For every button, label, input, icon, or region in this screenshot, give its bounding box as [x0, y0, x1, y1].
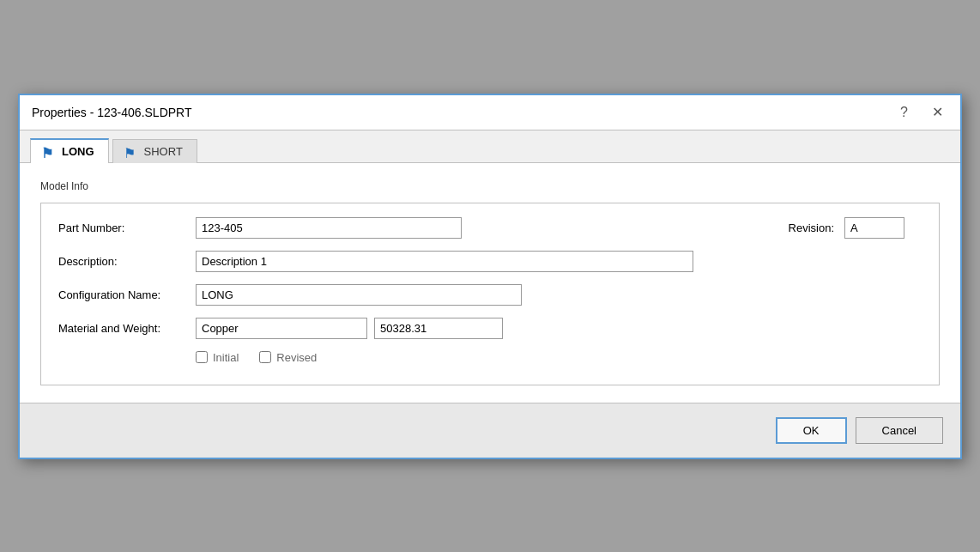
- revised-checkbox-item[interactable]: Revised: [259, 351, 317, 364]
- revision-input[interactable]: [844, 217, 904, 239]
- tab-long[interactable]: LONG: [30, 138, 109, 163]
- help-button[interactable]: ?: [895, 104, 913, 121]
- flag-icon-long: [41, 145, 57, 157]
- tabs-bar: LONG SHORT: [20, 130, 960, 163]
- tab-short[interactable]: SHORT: [112, 139, 197, 163]
- initial-label: Initial: [213, 351, 239, 364]
- model-info-box: Part Number: Revision: Description: Conf…: [40, 203, 940, 385]
- config-name-label: Configuration Name:: [58, 288, 196, 301]
- revised-checkbox[interactable]: [259, 351, 271, 363]
- ok-button[interactable]: OK: [776, 417, 847, 444]
- part-number-row: Part Number: Revision:: [58, 217, 922, 239]
- description-row: Description:: [58, 251, 922, 272]
- description-input[interactable]: [196, 251, 693, 272]
- config-name-row: Configuration Name:: [58, 284, 922, 306]
- material-weight-label: Material and Weight:: [58, 322, 196, 335]
- flag-icon-short: [124, 145, 139, 157]
- material-row: [196, 318, 503, 339]
- dialog-title: Properties - 123-406.SLDPRT: [32, 106, 192, 119]
- title-bar: Properties - 123-406.SLDPRT ? ✕: [20, 95, 960, 130]
- part-number-section: Part Number:: [58, 217, 481, 239]
- initial-checkbox-item[interactable]: Initial: [196, 351, 239, 364]
- cancel-button[interactable]: Cancel: [856, 417, 943, 444]
- footer: OK Cancel: [20, 403, 960, 458]
- close-button[interactable]: ✕: [927, 104, 948, 121]
- tab-long-label: LONG: [62, 145, 94, 158]
- section-label: Model Info: [40, 180, 940, 192]
- part-number-input[interactable]: [196, 217, 462, 239]
- title-bar-right: ? ✕: [895, 104, 948, 121]
- config-name-input[interactable]: [196, 284, 522, 306]
- properties-dialog: Properties - 123-406.SLDPRT ? ✕ LONG SHO…: [18, 94, 962, 459]
- title-bar-left: Properties - 123-406.SLDPRT: [32, 106, 192, 119]
- part-number-label: Part Number:: [58, 221, 196, 234]
- material-input[interactable]: [196, 318, 367, 339]
- material-weight-row: Material and Weight:: [58, 318, 922, 339]
- content-area: Model Info Part Number: Revision: Descri…: [20, 163, 960, 403]
- revised-label: Revised: [276, 351, 317, 364]
- description-label: Description:: [58, 255, 196, 268]
- weight-input[interactable]: [374, 318, 503, 339]
- revision-section: Revision:: [481, 217, 922, 239]
- tab-short-label: SHORT: [144, 145, 183, 158]
- revision-label: Revision:: [789, 221, 834, 234]
- initial-checkbox[interactable]: [196, 351, 208, 363]
- checkbox-row: Initial Revised: [58, 351, 922, 364]
